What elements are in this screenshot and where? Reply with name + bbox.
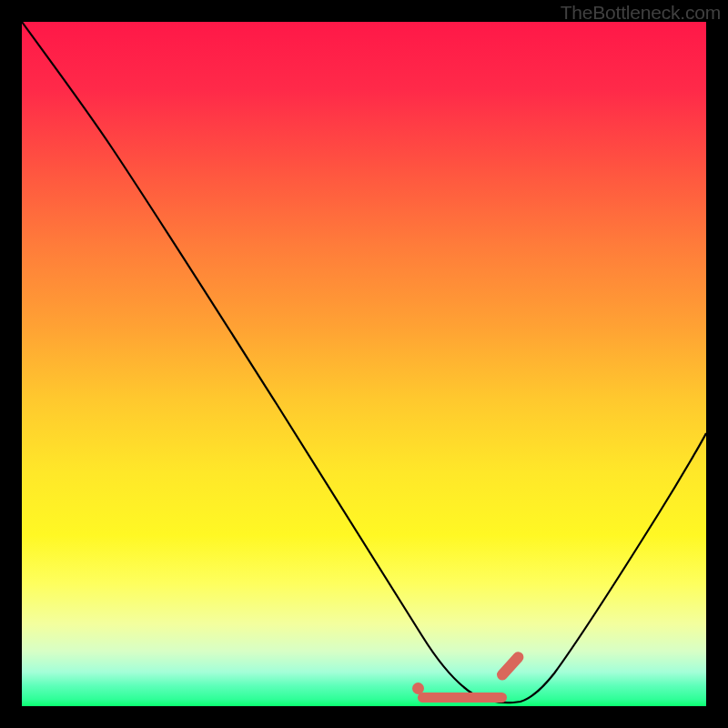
bottleneck-curve <box>22 22 706 706</box>
highlight-flat-segment <box>418 693 507 703</box>
chart-frame: TheBottleneck.com <box>0 0 728 728</box>
watermark-text: TheBottleneck.com <box>561 2 721 24</box>
